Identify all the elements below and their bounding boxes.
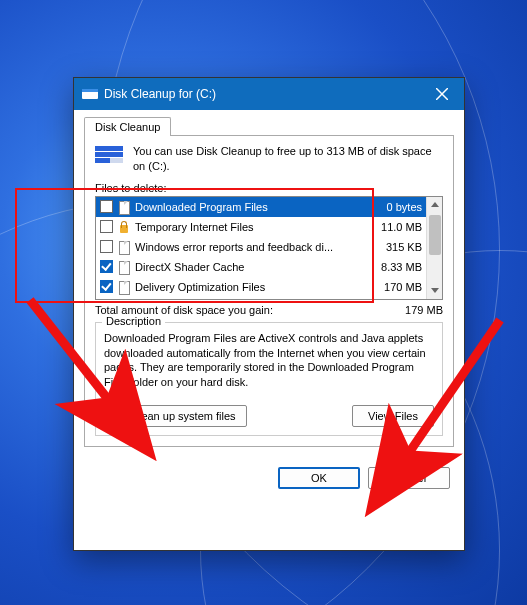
page-icon [117, 240, 131, 254]
list-item-size: 0 bytes [379, 201, 422, 213]
list-item-name: Delivery Optimization Files [135, 281, 376, 293]
list-item[interactable]: Delivery Optimization Files170 MB [96, 277, 426, 297]
disk-cleanup-icon [82, 86, 98, 102]
page-icon [117, 260, 131, 274]
scroll-up-button[interactable] [427, 197, 442, 213]
ok-label: OK [311, 472, 327, 484]
disk-cleanup-dialog: Disk Cleanup for (C:) Disk Cleanup You c… [73, 77, 465, 551]
list-item-name: DirectX Shader Cache [135, 261, 373, 273]
list-item-size: 8.33 MB [373, 261, 422, 273]
cleanup-system-files-label: Clean up system files [131, 410, 236, 422]
list-item-checkbox[interactable] [100, 220, 113, 233]
tab-panel: You can use Disk Cleanup to free up to 3… [84, 135, 454, 447]
description-group: Description Downloaded Program Files are… [95, 322, 443, 436]
list-item[interactable]: Downloaded Program Files0 bytes [96, 197, 426, 217]
title-bar[interactable]: Disk Cleanup for (C:) [74, 78, 464, 110]
drive-icon [95, 146, 123, 168]
tab-disk-cleanup[interactable]: Disk Cleanup [84, 117, 171, 136]
window-title: Disk Cleanup for (C:) [104, 87, 422, 101]
list-item-checkbox[interactable] [100, 240, 113, 253]
listbox-scrollbar[interactable] [426, 197, 442, 299]
lock-icon [117, 220, 131, 234]
intro-text: You can use Disk Cleanup to free up to 3… [133, 144, 443, 174]
description-legend: Description [102, 315, 165, 327]
close-icon [436, 88, 448, 100]
list-item-size: 315 KB [378, 241, 422, 253]
view-files-button[interactable]: View Files [352, 405, 434, 427]
view-files-label: View Files [368, 410, 418, 422]
total-gain-value: 179 MB [405, 304, 443, 316]
page-icon [117, 280, 131, 294]
list-item-size: 170 MB [376, 281, 422, 293]
page-icon [117, 200, 131, 214]
list-item[interactable]: Windows error reports and feedback di...… [96, 237, 426, 257]
scroll-down-button[interactable] [427, 283, 442, 299]
list-item[interactable]: Temporary Internet Files11.0 MB [96, 217, 426, 237]
list-item-checkbox[interactable] [100, 200, 113, 213]
list-item-size: 11.0 MB [373, 221, 422, 233]
list-item[interactable]: DirectX Shader Cache8.33 MB [96, 257, 426, 277]
list-item-name: Downloaded Program Files [135, 201, 379, 213]
close-button[interactable] [422, 78, 462, 110]
ok-button[interactable]: OK [278, 467, 360, 489]
list-item-checkbox[interactable] [100, 260, 113, 273]
files-listbox[interactable]: Downloaded Program Files0 bytesTemporary… [95, 196, 443, 300]
cancel-label: Cancel [392, 472, 426, 484]
cancel-button[interactable]: Cancel [368, 467, 450, 489]
files-to-delete-label: Files to delete: [95, 182, 443, 194]
uac-shield-icon [115, 410, 127, 422]
list-item-checkbox[interactable] [100, 280, 113, 293]
scroll-thumb[interactable] [429, 215, 441, 255]
list-item-name: Windows error reports and feedback di... [135, 241, 378, 253]
cleanup-system-files-button[interactable]: Clean up system files [104, 405, 247, 427]
list-item-name: Temporary Internet Files [135, 221, 373, 233]
description-text: Downloaded Program Files are ActiveX con… [104, 331, 434, 391]
